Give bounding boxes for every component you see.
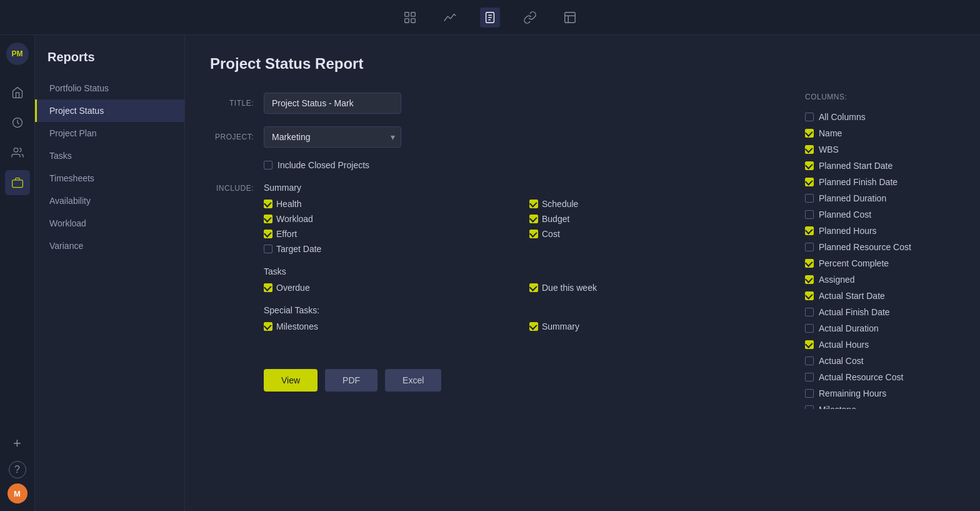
app-logo[interactable]: PM — [6, 43, 29, 65]
col-actual-duration-checkbox[interactable] — [805, 324, 814, 333]
target-date-checkbox[interactable] — [264, 245, 272, 253]
content-panels: TITLE: PROJECT: Marketing Include Closed — [210, 93, 955, 409]
health-label: Health — [276, 199, 301, 209]
nav-home[interactable] — [5, 80, 30, 105]
col-wbs-label: WBS — [819, 144, 839, 154]
col-planned-finish-checkbox[interactable] — [805, 178, 814, 186]
col-milestone-checkbox[interactable] — [805, 405, 814, 409]
sidebar-item-tasks[interactable]: Tasks — [35, 144, 184, 167]
button-row: View PDF Excel — [210, 369, 780, 392]
overdue-checkbox[interactable] — [264, 283, 272, 292]
include-label: INCLUDE: — [210, 183, 254, 344]
link-icon[interactable] — [520, 8, 540, 28]
col-actual-hours-checkbox[interactable] — [805, 340, 814, 349]
col-milestone-label: Milestone — [819, 405, 856, 409]
col-actual-start-checkbox[interactable] — [805, 291, 814, 300]
pdf-button[interactable]: PDF — [325, 369, 378, 392]
nav-help[interactable]: ? — [9, 461, 26, 478]
view-button[interactable]: View — [264, 369, 318, 392]
analytics-icon[interactable] — [440, 8, 460, 28]
include-cost: Cost — [529, 229, 780, 239]
include-budget: Budget — [529, 214, 780, 224]
milestones-checkbox[interactable] — [264, 322, 272, 331]
milestones-label: Milestones — [276, 321, 318, 331]
svg-rect-1 — [411, 12, 415, 16]
cost-checkbox[interactable] — [529, 230, 538, 238]
health-checkbox[interactable] — [264, 200, 272, 208]
project-row: PROJECT: Marketing — [210, 126, 780, 148]
col-planned-start-date: Planned Start Date — [805, 158, 950, 174]
columns-scroll: All Columns Name WBS Planned Start Date — [805, 109, 955, 409]
effort-label: Effort — [276, 229, 297, 239]
svg-rect-3 — [411, 18, 415, 22]
col-actual-hours: Actual Hours — [805, 336, 950, 353]
cost-label: Cost — [542, 229, 560, 239]
tasks-group-title: Tasks — [264, 266, 780, 276]
col-actual-finish-checkbox[interactable] — [805, 308, 814, 316]
all-columns-checkbox[interactable] — [805, 113, 814, 121]
project-label: PROJECT: — [210, 133, 254, 141]
project-select[interactable]: Marketing — [264, 126, 401, 148]
col-planned-hours-label: Planned Hours — [819, 226, 877, 236]
col-assigned-checkbox[interactable] — [805, 275, 814, 284]
schedule-checkbox[interactable] — [529, 200, 538, 208]
col-actual-cost-checkbox[interactable] — [805, 357, 814, 365]
include-closed-checkbox[interactable] — [264, 161, 272, 169]
summary-checkbox[interactable] — [529, 322, 538, 331]
col-planned-duration-checkbox[interactable] — [805, 194, 814, 203]
col-actual-resource-cost-checkbox[interactable] — [805, 373, 814, 382]
svg-point-12 — [14, 148, 18, 153]
summary-group-title: Summary — [264, 183, 780, 193]
include-workload: Workload — [264, 214, 514, 224]
col-planned-cost-label: Planned Cost — [819, 210, 871, 220]
clipboard-icon[interactable] — [480, 8, 500, 28]
sidebar-item-workload[interactable]: Workload — [35, 212, 184, 235]
project-select-wrapper: Marketing — [264, 126, 401, 148]
sidebar-item-availability[interactable]: Availability — [35, 190, 184, 212]
nav-clock[interactable] — [5, 110, 30, 135]
sidebar-item-project-plan[interactable]: Project Plan — [35, 122, 184, 144]
main-content: Project Status Report TITLE: PROJECT: Ma… — [185, 35, 980, 511]
col-planned-resource-cost-checkbox[interactable] — [805, 243, 814, 251]
effort-checkbox[interactable] — [264, 230, 272, 238]
include-health: Health — [264, 199, 514, 209]
include-milestones: Milestones — [264, 321, 514, 331]
workload-checkbox[interactable] — [264, 215, 272, 223]
col-percent-complete-checkbox[interactable] — [805, 259, 814, 268]
title-input[interactable] — [264, 93, 401, 114]
col-wbs: WBS — [805, 141, 950, 158]
toolbar — [0, 0, 980, 35]
col-actual-duration-label: Actual Duration — [819, 323, 879, 333]
sidebar-item-portfolio-status[interactable]: Portfolio Status — [35, 77, 184, 99]
col-name-checkbox[interactable] — [805, 129, 814, 138]
col-planned-cost-checkbox[interactable] — [805, 210, 814, 219]
nav-users[interactable] — [5, 140, 30, 165]
nav-briefcase[interactable] — [5, 170, 30, 195]
sidebar-item-variance[interactable]: Variance — [35, 235, 184, 257]
app-body: PM + — [0, 35, 980, 511]
search-zoom-icon[interactable] — [400, 8, 420, 28]
sidebar-item-timesheets[interactable]: Timesheets — [35, 167, 184, 190]
nav-bottom: + ? M — [5, 431, 30, 511]
user-avatar[interactable]: M — [8, 483, 28, 503]
col-actual-start-label: Actual Start Date — [819, 291, 885, 301]
layout-icon[interactable] — [560, 8, 580, 28]
sidebar-item-project-status[interactable]: Project Status — [35, 99, 184, 122]
due-this-week-label: Due this week — [542, 283, 597, 293]
col-planned-hours-checkbox[interactable] — [805, 226, 814, 235]
summary-label: Summary — [542, 321, 579, 331]
col-remaining-hours-checkbox[interactable] — [805, 389, 814, 398]
budget-label: Budget — [542, 214, 569, 224]
budget-checkbox[interactable] — [529, 215, 538, 223]
col-actual-resource-cost-label: Actual Resource Cost — [819, 372, 903, 382]
nav-add[interactable]: + — [5, 431, 30, 456]
col-percent-complete: Percent Complete — [805, 255, 950, 271]
special-tasks-title: Special Tasks: — [264, 305, 780, 315]
col-wbs-checkbox[interactable] — [805, 145, 814, 154]
col-planned-duration: Planned Duration — [805, 190, 950, 206]
col-planned-start-checkbox[interactable] — [805, 161, 814, 170]
excel-button[interactable]: Excel — [385, 369, 441, 392]
col-actual-cost-label: Actual Cost — [819, 356, 864, 366]
col-remaining-hours: Remaining Hours — [805, 385, 950, 402]
due-this-week-checkbox[interactable] — [529, 283, 538, 292]
